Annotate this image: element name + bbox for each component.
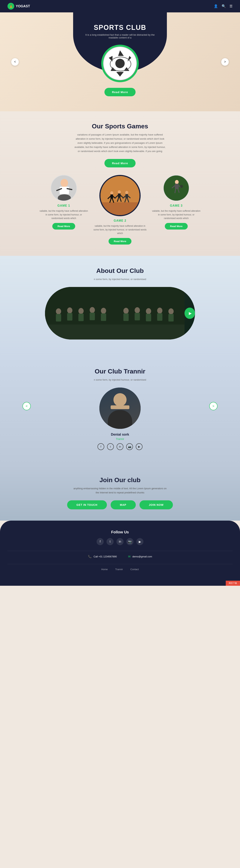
- about-desc: n some form, by injected humour, or rand…: [73, 277, 167, 281]
- hero-title: SPORTS CLUB: [7, 24, 233, 32]
- svg-point-36: [175, 180, 179, 184]
- svg-point-59: [146, 308, 151, 314]
- martial-arts-svg: [51, 176, 77, 201]
- svg-rect-46: [56, 314, 61, 321]
- video-container: [45, 287, 195, 340]
- svg-rect-62: [157, 313, 162, 321]
- game-2-desc: vailable, but the majority have suffered…: [92, 224, 148, 235]
- youtube-icon[interactable]: ▶: [136, 443, 142, 450]
- footer-instagram-icon[interactable]: 📷: [126, 538, 134, 545]
- footer-twitter-icon[interactable]: t: [106, 538, 114, 545]
- game-1-image: [50, 175, 77, 201]
- sports-games-section: Our Sports Games variations of passages …: [0, 111, 240, 256]
- trainer-image: [99, 388, 141, 429]
- map-button[interactable]: MAP: [111, 500, 136, 509]
- play-button[interactable]: [184, 308, 195, 319]
- sport3-bg: [164, 176, 189, 200]
- sports-games-desc: variations of passages of Lorem Ipsum av…: [73, 133, 167, 153]
- get-in-touch-button[interactable]: GET IN TOUCH: [67, 500, 107, 509]
- person-head: [113, 393, 127, 406]
- svg-point-23: [118, 190, 121, 194]
- sports-games-read-more-button[interactable]: Read More: [104, 159, 136, 167]
- svg-rect-50: [78, 314, 83, 321]
- svg-point-49: [78, 308, 83, 314]
- join-now-button[interactable]: JOIN NOW: [139, 500, 173, 509]
- footer-phone-text: Call +01 1234567890: [94, 555, 117, 558]
- footer-email: ✉ demo@gmail.com: [128, 555, 152, 558]
- game-3-read-more-button[interactable]: Read More: [165, 223, 188, 229]
- join-title: Join Our club: [7, 476, 233, 484]
- svg-point-61: [157, 308, 162, 314]
- svg-rect-16: [101, 202, 139, 215]
- svg-point-42: [180, 185, 183, 188]
- footer-nav-home[interactable]: Home: [101, 568, 108, 571]
- social-icons: f t in 📷 ▶: [7, 443, 233, 450]
- footer-social-icons: f t in 📷 ▶: [7, 538, 233, 545]
- svg-rect-44: [45, 324, 184, 340]
- sport3-svg: [164, 176, 190, 201]
- hero-ball-container: [101, 45, 139, 82]
- game-2-read-more-button[interactable]: Read More: [109, 238, 131, 245]
- svg-rect-52: [90, 313, 95, 320]
- join-buttons: GET IN TOUCH MAP JOIN NOW: [7, 500, 233, 509]
- navbar: 🧘 YOGAST 👤 🔍 ☰: [0, 0, 240, 12]
- svg-point-7: [115, 59, 125, 68]
- game-1-read-more-button[interactable]: Read More: [52, 223, 75, 229]
- footer-copyright-badge: 网页下载: [226, 581, 240, 586]
- hero-next-button[interactable]: >: [221, 58, 229, 66]
- svg-point-29: [125, 191, 128, 194]
- footer-nav-trannir[interactable]: Trannir: [115, 568, 123, 571]
- games-grid: GAME 1 vailable, but the majority have s…: [7, 175, 233, 245]
- logo-icon: 🧘: [7, 3, 14, 9]
- footer-email-text: demo@gmail.com: [132, 555, 152, 558]
- soccer-ball-svg: [103, 46, 137, 80]
- footer-facebook-icon[interactable]: f: [97, 538, 104, 545]
- game-3-image: [163, 175, 190, 201]
- twitter-icon[interactable]: t: [107, 443, 114, 450]
- svg-rect-56: [124, 313, 129, 321]
- instagram-icon[interactable]: 📷: [126, 443, 133, 450]
- facebook-icon[interactable]: f: [98, 443, 104, 450]
- hero-prev-button[interactable]: <: [11, 58, 19, 66]
- running-svg: [101, 176, 139, 215]
- navbar-icons: 👤 🔍 ☰: [214, 4, 233, 8]
- svg-point-17: [110, 191, 113, 195]
- about-section: About Our Club n some form, by injected …: [0, 256, 240, 356]
- game-card-1: GAME 1 vailable, but the majority have s…: [39, 175, 88, 229]
- linkedin-icon[interactable]: in: [116, 443, 124, 450]
- svg-point-63: [168, 308, 174, 314]
- footer-phone: 📞 Call +01 1234567890: [88, 555, 117, 558]
- trainer-name: Denial sork: [7, 433, 233, 437]
- trainer-next-button[interactable]: >: [209, 402, 217, 410]
- hero-section: SPORTS CLUB It is a long established fac…: [0, 12, 240, 111]
- game-card-2: GAME 2 vailable, but the majority have s…: [92, 175, 148, 245]
- logo[interactable]: 🧘 YOGAST: [7, 3, 30, 9]
- footer-contact: 📞 Call +01 1234567890 ✉ demo@gmail.com: [7, 555, 233, 558]
- svg-point-10: [61, 179, 68, 187]
- menu-icon[interactable]: ☰: [230, 4, 233, 8]
- svg-point-51: [90, 307, 95, 313]
- game-1-label: GAME 1: [39, 204, 88, 207]
- search-icon[interactable]: 🔍: [221, 4, 226, 8]
- user-icon[interactable]: 👤: [214, 4, 218, 8]
- footer-bottom: 网页下载: [7, 575, 233, 580]
- footer-nav: Home Trannir Contact: [7, 568, 233, 571]
- hero-read-more-button[interactable]: Read More: [104, 88, 136, 96]
- trainer-section: Our Club Trannir n some form, by injecte…: [0, 356, 240, 465]
- svg-rect-54: [101, 313, 106, 321]
- footer-linkedin-icon[interactable]: in: [116, 538, 124, 545]
- footer-nav-contact[interactable]: Contact: [130, 568, 139, 571]
- sports-games-title: Our Sports Games: [7, 123, 233, 130]
- svg-rect-11: [60, 187, 69, 194]
- game-2-label: GAME 2: [92, 219, 148, 222]
- join-section: Join Our club anything embarrassing hidd…: [0, 465, 240, 521]
- join-desc: anything embarrassing hidden in the midd…: [73, 487, 167, 495]
- hero-content: SPORTS CLUB It is a long established fac…: [7, 24, 233, 96]
- svg-point-57: [135, 307, 140, 313]
- phone-icon: 📞: [88, 555, 92, 558]
- svg-rect-48: [67, 313, 72, 320]
- svg-rect-64: [168, 314, 174, 321]
- hero-ball: [103, 46, 137, 80]
- trainer-prev-button[interactable]: <: [23, 402, 31, 410]
- footer-youtube-icon[interactable]: ▶: [136, 538, 143, 545]
